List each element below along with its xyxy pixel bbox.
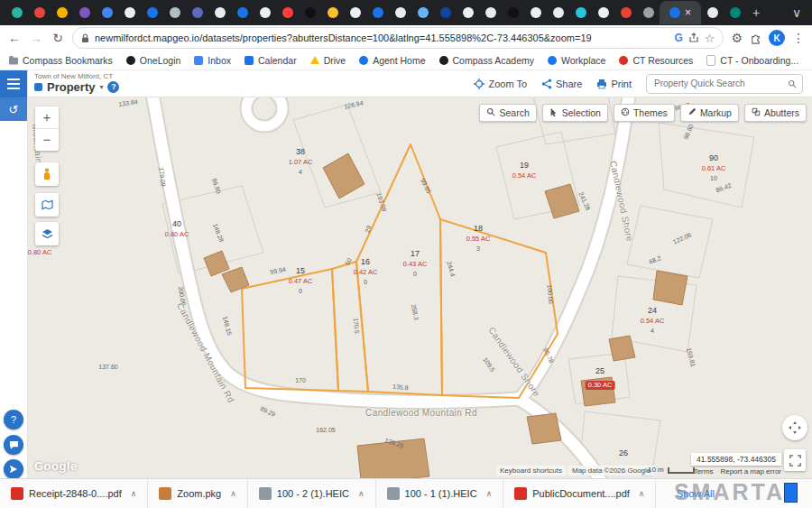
terms-link[interactable]: Terms	[694, 467, 714, 476]
bookmark-item[interactable]: Workplace	[548, 55, 605, 66]
browser-tab[interactable]	[411, 1, 434, 24]
download-menu-chevron-icon[interactable]: ∧	[639, 489, 645, 498]
browser-tab[interactable]	[96, 1, 118, 24]
map-tool-themes-button[interactable]: Themes	[614, 104, 675, 122]
bookmark-item[interactable]: OneLogin	[126, 55, 181, 66]
chat-fab[interactable]	[4, 435, 23, 455]
bookmark-item[interactable]: Compass Academy	[439, 55, 534, 66]
browser-tab[interactable]	[276, 1, 299, 24]
download-item[interactable]: Receipt-2848-0....pdf∧	[0, 479, 148, 508]
keyboard-shortcuts-link[interactable]: Keyboard shortcuts	[496, 466, 566, 476]
search-input[interactable]	[652, 78, 784, 89]
download-menu-chevron-icon[interactable]: ∧	[230, 489, 236, 498]
zoom-out-button[interactable]: −	[35, 128, 59, 151]
browser-tab[interactable]	[457, 1, 479, 24]
map-tool-markup-button[interactable]: Markup	[680, 104, 739, 122]
tab-close-icon[interactable]: ×	[685, 7, 691, 18]
download-menu-chevron-icon[interactable]: ∧	[358, 489, 364, 498]
bookmark-item[interactable]: Inbox	[194, 55, 231, 66]
omnibox[interactable]: newmilfordct.mapgeo.io/datasets/properti…	[72, 27, 724, 49]
layers-button[interactable]	[35, 222, 59, 245]
browser-tab[interactable]	[321, 1, 344, 24]
share-page-icon[interactable]	[688, 32, 699, 43]
dataset-caret-icon[interactable]: ▾	[99, 84, 103, 92]
browser-tab[interactable]	[524, 1, 547, 24]
bookmark-item[interactable]: Agent Home	[359, 55, 425, 66]
map-tool-abutters-button[interactable]: Abutters	[744, 104, 807, 122]
reload-button[interactable]: ↻	[51, 31, 65, 45]
new-tab-button[interactable]: +	[746, 5, 766, 20]
bookmark-star-icon[interactable]: ☆	[705, 32, 715, 44]
basemap-button[interactable]	[35, 193, 59, 217]
browser-tab[interactable]	[502, 1, 524, 24]
download-menu-chevron-icon[interactable]: ∧	[486, 489, 493, 498]
browser-tab[interactable]	[254, 1, 276, 24]
header-action-share[interactable]: Share	[541, 79, 582, 89]
report-map-error-link[interactable]: Report a map error	[720, 467, 781, 476]
download-item[interactable]: PublicDocument....pdf∧	[503, 479, 656, 508]
tab-overflow-button[interactable]: ∨	[787, 5, 807, 20]
download-item[interactable]: 100 - 1 (1).HEIC∧	[376, 479, 504, 508]
undo-icon[interactable]: ↺	[0, 97, 27, 121]
pegman-button[interactable]	[35, 162, 59, 186]
google-logo[interactable]: Google	[34, 459, 78, 473]
extensions-puzzle-icon[interactable]	[750, 32, 761, 44]
recenter-button[interactable]	[782, 415, 807, 440]
browser-tab[interactable]	[73, 1, 96, 24]
map-canvas[interactable]: 133.84126.9496.6298.60179.0996.90148.282…	[27, 97, 812, 479]
download-menu-chevron-icon[interactable]: ∧	[131, 489, 137, 498]
browser-menu-icon[interactable]: ⋮	[792, 32, 805, 44]
google-lens-icon[interactable]: G	[674, 32, 682, 43]
browser-tab[interactable]	[51, 1, 73, 24]
settings-gear-icon[interactable]: ⚙	[731, 32, 743, 44]
browser-tab[interactable]	[592, 1, 614, 24]
browser-tab[interactable]	[299, 1, 321, 24]
map-basemap	[27, 97, 812, 479]
browser-tab[interactable]	[344, 1, 366, 24]
browser-tab[interactable]	[366, 1, 389, 24]
tab-favicon	[237, 7, 248, 18]
quick-search-box[interactable]	[646, 74, 803, 94]
browser-tab[interactable]	[118, 1, 141, 24]
browser-tab[interactable]	[231, 1, 254, 24]
browser-tab[interactable]	[479, 1, 502, 24]
feedback-fab[interactable]	[4, 459, 23, 479]
header-action-zoom-to[interactable]: Zoom To	[474, 79, 527, 89]
bookmark-item[interactable]: CT Resources	[619, 55, 693, 66]
browser-tab[interactable]	[724, 1, 746, 24]
browser-tab[interactable]	[5, 1, 28, 24]
profile-avatar[interactable]: K	[769, 30, 785, 46]
map-tool-selection-button[interactable]: Selection	[542, 104, 608, 122]
zoom-in-button[interactable]: +	[35, 106, 59, 128]
fullscreen-button[interactable]	[784, 449, 806, 471]
menu-hamburger-icon[interactable]	[0, 70, 27, 97]
bookmark-item[interactable]: Calendar	[245, 55, 297, 66]
browser-tab[interactable]	[208, 1, 231, 24]
forward-button[interactable]: →	[29, 31, 43, 45]
browser-tab[interactable]	[547, 1, 569, 24]
bookmark-item[interactable]: Drive	[310, 55, 346, 66]
browser-tab[interactable]	[141, 1, 163, 24]
browser-tab[interactable]	[28, 1, 51, 24]
browser-tab[interactable]	[163, 1, 186, 24]
bookmark-item[interactable]: CT - Onboarding...	[706, 55, 798, 66]
browser-tab[interactable]	[569, 1, 592, 24]
browser-tab[interactable]	[637, 1, 660, 24]
browser-tab[interactable]	[434, 1, 457, 24]
browser-tab[interactable]	[389, 1, 411, 24]
back-button[interactable]: ←	[7, 31, 22, 45]
help-icon[interactable]: ?	[107, 81, 119, 93]
browser-tab[interactable]	[186, 1, 208, 24]
page-title[interactable]: Property	[47, 81, 95, 94]
header-action-print[interactable]: Print	[596, 79, 632, 89]
bookmark-item[interactable]: Compass Bookmarks	[9, 55, 113, 66]
help-fab[interactable]: ?	[4, 410, 23, 429]
download-item[interactable]: Zoom.pkg∧	[148, 479, 248, 508]
download-filename: Zoom.pkg	[177, 488, 221, 499]
browser-tab[interactable]	[701, 1, 724, 24]
show-all-downloads-link[interactable]: Show All	[677, 488, 715, 499]
tab-active[interactable]: ×	[660, 1, 701, 24]
download-item[interactable]: 100 - 2 (1).HEIC∧	[248, 479, 376, 508]
browser-tab[interactable]	[614, 1, 637, 24]
map-tool-search-button[interactable]: Search	[479, 104, 536, 122]
